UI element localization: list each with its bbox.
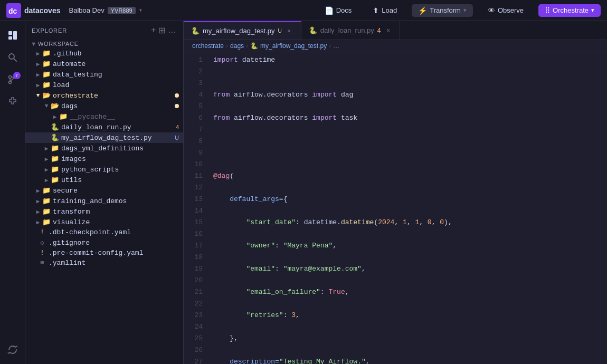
source-control-badge: 7 [13,72,21,79]
tab-my-airflow-label: my_airflow_dag_test.py [203,27,275,35]
breadcrumb-sep-3: › [329,42,331,50]
sidebar-item-utils[interactable]: ▶ 📁 utils [25,175,183,185]
breadcrumb-sep-2: › [246,42,248,50]
orchestrate-icon: ⠿ [545,6,550,15]
tab-daily-loan-close-icon[interactable]: × [384,26,392,35]
sidebar-item-automate[interactable]: ▶ 📁 automate [25,59,183,69]
sidebar-item-python-scripts[interactable]: ▶ 📁 python_scripts [25,164,183,175]
yamllint-label: .yamllint [49,259,183,267]
more-actions-icon[interactable]: … [168,25,177,35]
orchestrate-modified-dot [175,93,179,98]
python-scripts-folder-icon: 📁 [51,165,59,174]
images-label: images [61,155,183,163]
new-file-icon[interactable]: + [151,25,156,35]
sidebar-item-pycache[interactable]: ▶ 📁 __pycache__ [25,111,183,122]
precommit-icon: ! [38,249,46,257]
observe-label: Observe [498,6,524,14]
code-editor[interactable]: import datetime from airflow.decorators … [209,52,607,364]
utils-label: utils [61,176,183,184]
sidebar-item-visualize[interactable]: ▶ 📁 visualize [25,217,183,227]
sidebar-item-yamllint[interactable]: ≡ .yamllint [25,258,183,268]
sidebar-item-load[interactable]: ▶ 📁 load [25,80,183,90]
transform-icon: ⚡ [418,6,427,15]
code-container[interactable]: 12345 678910 1112131415 1617181920 21222… [184,52,607,364]
breadcrumb-dags[interactable]: dags [230,42,244,50]
project-name: Balboa Dev [69,6,104,14]
sidebar-item-dags[interactable]: ▼ 📂 dags [25,101,183,111]
sidebar-item-dags-yml[interactable]: ▶ 📁 dags_yml_definitions [25,143,183,154]
load-label: Load [382,6,397,14]
transform-folder-arrow-icon: ▶ [34,208,42,215]
sidebar-item-github[interactable]: ▶ 📁 .github [25,48,183,59]
utils-folder-icon: 📁 [51,176,59,184]
breadcrumb-orchestrate[interactable]: orchestrate [192,42,224,50]
breadcrumb-ellipsis: … [333,42,339,50]
github-folder-icon: 📁 [42,49,51,58]
sidebar-tree: ▼ WORKSPACE ▶ 📁 .github ▶ 📁 automate ▶ [25,40,183,364]
line-numbers: 12345 678910 1112131415 1617181920 21222… [184,52,209,364]
sidebar-header: Explorer + ⊞ … [25,21,183,40]
sidebar-actions: + ⊞ … [151,25,177,35]
sidebar: Explorer + ⊞ … ▼ WORKSPACE ▶ 📁 .github [25,21,184,364]
activity-source-control-icon[interactable]: 7 [3,70,23,90]
sidebar-item-daily-loan[interactable]: 🐍 daily_loan_run.py 4 [25,122,183,132]
activity-search-icon[interactable] [3,47,23,68]
precommit-label: .pre-commit-config.yaml [49,249,183,257]
sidebar-item-images[interactable]: ▶ 📁 images [25,154,183,164]
activity-sync-icon[interactable] [3,340,23,360]
sidebar-item-training[interactable]: ▶ 📁 training_and_demos [25,196,183,206]
sidebar-item-dbt-checkpoint[interactable]: ! .dbt-checkpoint.yaml [25,227,183,237]
sidebar-item-transform[interactable]: ▶ 📁 transform [25,206,183,217]
docs-icon: 📄 [325,6,334,15]
dags-yml-label: dags_yml_definitions [61,145,183,152]
sidebar-item-gitignore[interactable]: ◇ .gitignore [25,237,183,248]
svg-text:dc: dc [8,7,17,15]
training-folder-icon: 📁 [42,197,51,205]
training-arrow-icon: ▶ [34,198,42,205]
orchestrate-button[interactable]: ⠿ Orchestrate ▾ [538,4,601,17]
tab-daily-loan[interactable]: 🐍 daily_loan_run.py 4 × [301,21,401,40]
automate-label: automate [53,60,183,68]
dbt-checkpoint-label: .dbt-checkpoint.yaml [49,228,183,236]
gitignore-icon: ◇ [38,238,46,247]
activity-explorer-icon[interactable] [3,25,23,45]
workspace-root[interactable]: ▼ WORKSPACE [25,40,183,48]
orchestrate-chevron-icon: ▾ [591,7,594,14]
my-airflow-badge: U [175,135,179,141]
sidebar-item-data-testing[interactable]: ▶ 📁 data_testing [25,69,183,80]
transform-chevron-icon: ▾ [463,7,467,14]
sidebar-item-secure[interactable]: ▶ 📁 secure [25,185,183,196]
tab-my-airflow[interactable]: 🐍 my_airflow_dag_test.py U × [184,21,301,40]
breadcrumb: orchestrate › dags › 🐍 my_airflow_dag_te… [184,40,607,52]
editor-area: 🐍 my_airflow_dag_test.py U × 🐍 daily_loa… [184,21,607,364]
visualize-folder-icon: 📁 [42,218,51,226]
docs-button[interactable]: 📄 Docs [318,4,358,17]
automate-arrow-icon: ▶ [34,61,42,68]
daily-loan-file-icon: 🐍 [51,123,59,131]
logo-text: datacoves [24,6,60,15]
activity-bottom [3,340,23,364]
tab-my-airflow-close-icon[interactable]: × [285,27,293,35]
images-folder-icon: 📁 [51,155,59,163]
tab-my-airflow-modified: U [278,28,282,34]
sidebar-item-orchestrate[interactable]: ▼ 📂 orchestrate [25,90,183,101]
github-arrow-icon: ▶ [34,50,42,57]
activity-extensions-icon[interactable] [3,92,23,112]
sidebar-item-precommit[interactable]: ! .pre-commit-config.yaml [25,248,183,258]
transform-label: transform [53,208,183,216]
breadcrumb-filename[interactable]: my_airflow_dag_test.py [260,42,327,50]
load-arrow-icon: ▶ [34,82,42,89]
logo[interactable]: dc datacoves [6,3,60,18]
transform-button[interactable]: ⚡ Transform ▾ [412,4,473,17]
pycache-arrow-icon: ▶ [51,113,59,120]
activity-bar: 7 [0,21,25,364]
tab-daily-loan-badge: 4 [377,27,381,34]
sidebar-item-my-airflow[interactable]: 🐍 my_airflow_dag_test.py U [25,132,183,143]
project-badge: YVR889 [108,7,136,14]
project-selector[interactable]: Balboa Dev YVR889 ▾ [69,6,142,14]
new-folder-icon[interactable]: ⊞ [158,25,166,35]
images-arrow-icon: ▶ [42,156,51,162]
data-testing-arrow-icon: ▶ [34,71,42,78]
observe-button[interactable]: 👁 Observe [481,4,530,17]
load-button[interactable]: ⬆ Load [366,4,403,17]
